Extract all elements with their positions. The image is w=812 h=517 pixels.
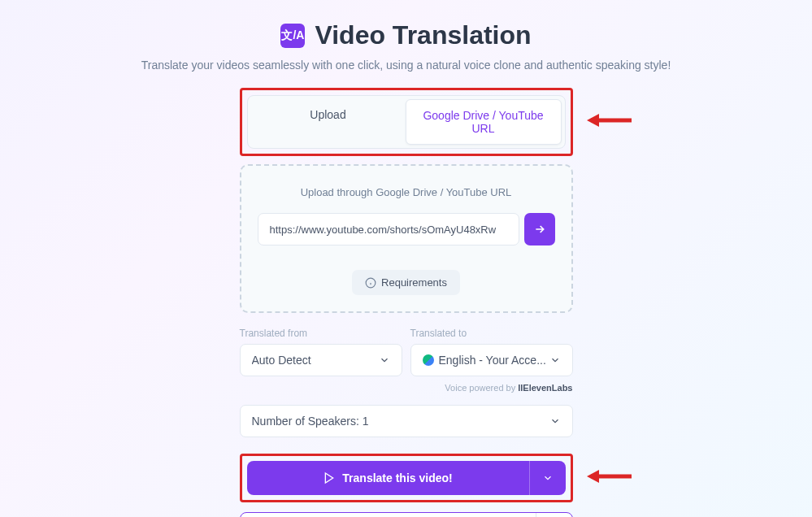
chevron-down-icon	[549, 354, 561, 366]
to-language-value: English - Your Acce...	[423, 354, 549, 367]
upload-label: Upload through Google Drive / YouTube UR…	[258, 186, 555, 198]
translate-highlight: Translate this video!	[240, 454, 573, 502]
from-language-value: Auto Detect	[252, 354, 379, 367]
url-input[interactable]	[258, 213, 519, 245]
speakers-value: Number of Speakers: 1	[252, 415, 549, 428]
to-label: Translated to	[410, 328, 573, 339]
translate-button-group: Translate this video!	[247, 461, 566, 495]
page-title: 文/A Video Translation	[122, 20, 691, 50]
proofread-dropdown-button[interactable]	[536, 513, 572, 517]
submit-url-button[interactable]	[524, 213, 555, 245]
tab-upload[interactable]: Upload	[251, 99, 406, 145]
tab-url[interactable]: Google Drive / YouTube URL	[406, 99, 562, 145]
page-subtitle: Translate your videos seamlessly with on…	[122, 59, 691, 72]
play-icon	[323, 471, 336, 484]
translate-icon: 文/A	[280, 24, 305, 48]
chevron-down-icon	[379, 354, 390, 366]
info-icon	[365, 277, 376, 289]
annotation-arrow	[583, 464, 636, 492]
annotation-arrow	[583, 108, 636, 136]
globe-icon	[423, 354, 434, 366]
translate-dropdown-button[interactable]	[529, 461, 566, 495]
source-tabs: Upload Google Drive / YouTube URL	[247, 95, 566, 149]
chevron-down-icon	[549, 415, 561, 427]
from-label: Translated from	[240, 328, 402, 339]
to-language-select[interactable]: English - Your Acce...	[410, 344, 573, 376]
proofread-button[interactable]: Generate Proofread ◆	[241, 513, 536, 517]
proofread-button-group: Generate Proofread ◆	[240, 512, 573, 517]
chevron-down-icon	[542, 472, 554, 484]
translate-button-label: Translate this video!	[342, 471, 452, 484]
from-language-select[interactable]: Auto Detect	[240, 344, 402, 376]
upload-area: Upload through Google Drive / YouTube UR…	[240, 164, 573, 313]
page-title-text: Video Translation	[315, 20, 531, 50]
tabs-highlight: Upload Google Drive / YouTube URL	[240, 88, 573, 156]
voice-credit: Voice powered by IIElevenLabs	[240, 383, 573, 393]
speakers-select[interactable]: Number of Speakers: 1	[240, 405, 573, 437]
requirements-label: Requirements	[381, 276, 447, 289]
requirements-button[interactable]: Requirements	[352, 270, 460, 295]
translate-button[interactable]: Translate this video!	[247, 461, 529, 495]
